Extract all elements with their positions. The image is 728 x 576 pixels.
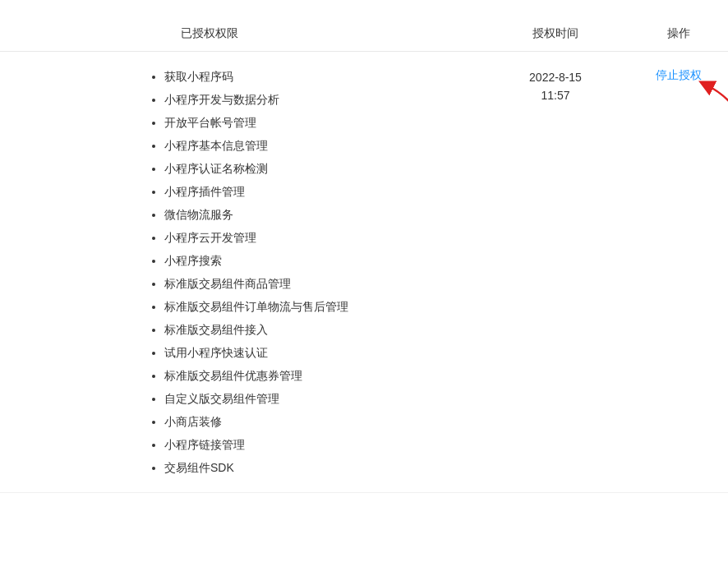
action-wrapper: 停止授权 FLiRty	[656, 68, 702, 83]
cell-action: 停止授权 FLiRty	[629, 65, 728, 83]
permission-item: 开放平台帐号管理	[164, 111, 481, 134]
permissions-list: 获取小程序码小程序开发与数据分析开放平台帐号管理小程序基本信息管理小程序认证名称…	[148, 65, 481, 479]
permission-item: 标准版交易组件商品管理	[164, 272, 481, 295]
table-row: 获取小程序码小程序开发与数据分析开放平台帐号管理小程序基本信息管理小程序认证名称…	[0, 52, 728, 493]
permission-item: 小程序认证名称检测	[164, 157, 481, 180]
header-action: 操作	[629, 26, 728, 41]
permission-item: 自定义版交易组件管理	[164, 387, 481, 410]
header-time: 授权时间	[481, 26, 629, 41]
permission-item: 交易组件SDK	[164, 456, 481, 479]
auth-time-date: 2022-8-15	[481, 68, 629, 86]
red-arrow-icon	[689, 76, 728, 142]
cell-permissions: 获取小程序码小程序开发与数据分析开放平台帐号管理小程序基本信息管理小程序认证名称…	[0, 65, 481, 479]
permission-item: 获取小程序码	[164, 65, 481, 88]
permission-item: 标准版交易组件订单物流与售后管理	[164, 295, 481, 318]
permission-item: 小商店装修	[164, 410, 481, 433]
permission-item: 试用小程序快速认证	[164, 341, 481, 364]
permission-item: 小程序插件管理	[164, 180, 481, 203]
header-permissions: 已授权权限	[0, 26, 481, 41]
main-container: 已授权权限 授权时间 操作 获取小程序码小程序开发与数据分析开放平台帐号管理小程…	[0, 0, 728, 576]
permission-item: 微信物流服务	[164, 203, 481, 226]
table-header: 已授权权限 授权时间 操作	[0, 16, 728, 52]
permission-item: 小程序开发与数据分析	[164, 88, 481, 111]
cell-auth-time: 2022-8-15 11:57	[481, 65, 629, 105]
permission-item: 小程序搜索	[164, 249, 481, 272]
permission-item: 标准版交易组件接入	[164, 318, 481, 341]
permission-item: 小程序云开发管理	[164, 226, 481, 249]
permission-item: 小程序基本信息管理	[164, 134, 481, 157]
permission-item: 标准版交易组件优惠券管理	[164, 364, 481, 387]
permission-item: 小程序链接管理	[164, 433, 481, 456]
auth-time-clock: 11:57	[481, 86, 629, 104]
